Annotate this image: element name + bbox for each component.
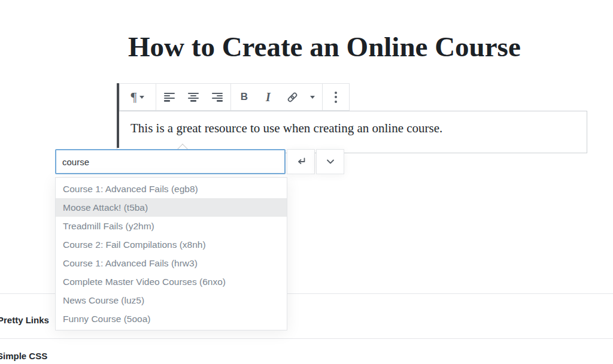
more-options-kebab-icon [335, 92, 337, 103]
enter-icon [295, 155, 308, 168]
toolbar-group-more [323, 84, 349, 110]
align-left-icon [164, 93, 175, 102]
suggestion-item[interactable]: Course 2: Fail Compilations (x8nh) [56, 235, 287, 254]
suggestion-item[interactable]: Complete Master Video Courses (6nxo) [56, 272, 287, 291]
apply-link-button[interactable] [287, 149, 315, 174]
suggestion-item-highlighted[interactable]: Moose Attack! (t5ba) [56, 198, 287, 217]
metabox-divider-bottom [0, 338, 613, 339]
align-center-icon [188, 93, 199, 102]
chevron-down-icon [324, 155, 337, 168]
block-toolbar: ¶ B [119, 83, 350, 111]
align-right-button[interactable] [205, 85, 229, 109]
editor-canvas: How to Create an Online Course Pretty Li… [0, 0, 613, 364]
format-dropdown-button[interactable] [304, 85, 321, 109]
bold-icon: B [241, 91, 248, 103]
italic-icon: I [266, 90, 271, 104]
chevron-down-icon [310, 96, 315, 99]
suggestion-item[interactable]: Funny Course (5ooa) [56, 310, 287, 328]
align-left-button[interactable] [157, 85, 181, 109]
popover-arrow [176, 143, 189, 149]
metabox-pretty-links-header[interactable]: Pretty Links [0, 315, 49, 325]
metabox-simple-css-header[interactable]: Simple CSS [0, 351, 47, 361]
suggestion-item[interactable]: News Course (luz5) [56, 291, 287, 310]
align-center-button[interactable] [181, 85, 205, 109]
align-right-icon [212, 93, 223, 102]
link-search-popover [55, 149, 344, 174]
link-settings-toggle-button[interactable] [316, 149, 344, 174]
more-options-button[interactable] [324, 85, 348, 109]
link-suggestions-list: Course 1: Advanced Fails (egb8) Moose At… [55, 177, 287, 330]
link-button[interactable] [280, 85, 304, 109]
paragraph-text[interactable]: This is a great resource to use when cre… [117, 111, 587, 137]
toolbar-group-formatting: B I [231, 84, 323, 110]
link-icon [286, 90, 299, 104]
toolbar-group-block-type: ¶ [120, 84, 156, 110]
pilcrow-icon: ¶ [131, 90, 137, 104]
post-title[interactable]: How to Create an Online Course [128, 26, 523, 68]
link-search-input[interactable] [55, 149, 286, 174]
suggestion-item[interactable]: Treadmill Fails (y2hm) [56, 217, 287, 235]
italic-button[interactable]: I [256, 85, 280, 109]
suggestion-item[interactable]: Course 1: Advanced Fails (hrw3) [56, 254, 287, 272]
suggestion-item[interactable]: Course 1: Advanced Fails (egb8) [56, 180, 287, 198]
block-type-button[interactable]: ¶ [121, 85, 154, 109]
chevron-down-icon [139, 96, 144, 99]
toolbar-group-alignment [156, 84, 231, 110]
selected-block-indicator [117, 83, 119, 148]
bold-button[interactable]: B [232, 85, 256, 109]
